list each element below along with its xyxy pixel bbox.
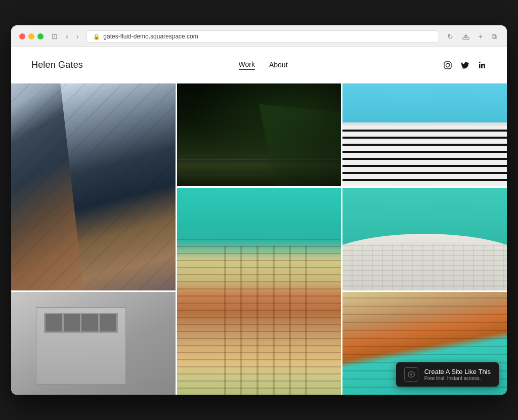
squarespace-banner[interactable]: Create A Site Like This Free trial. Inst… [396, 362, 499, 387]
site-header: Helen Gates Work About [11, 47, 507, 83]
social-icons [443, 61, 487, 70]
back-button[interactable]: ‹ [64, 32, 70, 41]
banner-main-text: Create A Site Like This [424, 368, 491, 375]
share-button[interactable] [460, 32, 471, 41]
svg-point-4 [410, 373, 412, 375]
grid-cell-2[interactable] [177, 83, 341, 186]
photo-grid-wrapper: Create A Site Like This Free trial. Inst… [11, 83, 507, 395]
grid-cell-3[interactable] [342, 83, 507, 186]
site-nav: Work About [239, 60, 288, 70]
svg-rect-1 [444, 62, 451, 69]
lock-icon: 🔒 [93, 33, 100, 40]
banner-sub-text: Free trial. Instant access. [424, 375, 491, 381]
close-button[interactable] [19, 33, 25, 39]
svg-point-2 [446, 63, 450, 67]
minimize-button[interactable] [28, 33, 34, 39]
twitter-icon[interactable] [460, 61, 469, 70]
address-bar[interactable]: 🔒 gates-fluid-demo.squarespace.com [87, 30, 439, 43]
new-tab-button[interactable]: + [477, 32, 485, 41]
browser-actions: ↻ + ⧉ [445, 32, 499, 41]
forward-button[interactable]: › [74, 32, 81, 41]
sidebar-toggle-button[interactable]: ⊡ [50, 32, 60, 41]
svg-point-3 [449, 63, 450, 64]
squarespace-logo [404, 367, 418, 382]
maximize-button[interactable] [37, 33, 44, 39]
instagram-icon[interactable] [443, 61, 452, 70]
site-logo: Helen Gates [31, 60, 83, 70]
url-text: gates-fluid-demo.squarespace.com [103, 33, 198, 40]
website-content: Helen Gates Work About [11, 47, 507, 395]
grid-cell-5[interactable] [342, 188, 507, 290]
photo-grid [11, 83, 507, 395]
traffic-lights [19, 33, 44, 39]
tab-overview-button[interactable]: ⧉ [490, 32, 499, 41]
reload-button[interactable]: ↻ [445, 32, 455, 41]
linkedin-icon[interactable] [478, 61, 487, 70]
nav-about[interactable]: About [269, 61, 288, 70]
browser-chrome: ⊡ ‹ › 🔒 gates-fluid-demo.squarespace.com… [11, 25, 507, 47]
grid-cell-4[interactable] [177, 188, 341, 395]
grid-cell-6[interactable] [11, 292, 176, 395]
browser-controls: ⊡ ‹ › [50, 32, 80, 41]
banner-text: Create A Site Like This Free trial. Inst… [424, 368, 491, 381]
browser-window: ⊡ ‹ › 🔒 gates-fluid-demo.squarespace.com… [11, 25, 507, 395]
grid-cell-1[interactable] [11, 83, 176, 290]
nav-work[interactable]: Work [239, 60, 255, 70]
